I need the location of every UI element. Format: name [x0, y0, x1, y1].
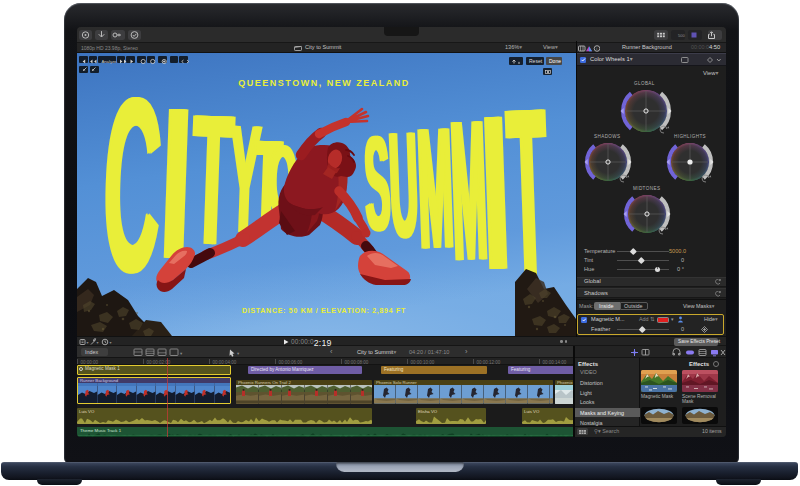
svg-text:00:00:14:00: 00:00:14:00: [543, 360, 567, 365]
svg-text:▾: ▾: [237, 351, 240, 356]
svg-text:500: 500: [678, 33, 685, 38]
svg-text:▾: ▾: [110, 340, 112, 345]
svg-text:00:00:08:00: 00:00:08:00: [345, 360, 369, 365]
svg-text:i: i: [596, 46, 597, 51]
svg-text:Analyze: Analyze: [102, 59, 118, 64]
svg-text:00:00:10:00: 00:00:10:00: [411, 360, 435, 365]
svg-text:▾: ▾: [97, 340, 99, 345]
svg-text:00:00:06:00: 00:00:06:00: [279, 360, 303, 365]
svg-text:QUEENSTOWN, NEW ZEALAND: QUEENSTOWN, NEW ZEALAND: [238, 78, 409, 88]
svg-text:▾: ▾: [180, 351, 183, 356]
svg-text:▾: ▾: [87, 340, 89, 345]
svg-text:DISTANCE: 50 KM / ELEVATION: 2: DISTANCE: 50 KM / ELEVATION: 2,894 FT: [242, 307, 406, 315]
svg-text:00:00:12:00: 00:00:12:00: [477, 360, 501, 365]
svg-text:00:00:00: 00:00:00: [81, 360, 99, 365]
svg-text:00:00:04:00: 00:00:04:00: [213, 360, 237, 365]
